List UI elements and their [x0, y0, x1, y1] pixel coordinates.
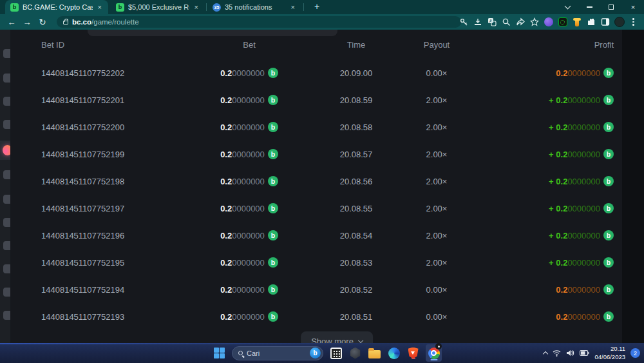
- table-row[interactable]: 144081451107752197 0.20000000 b 20.08.55…: [10, 195, 622, 222]
- table-row[interactable]: 144081451107752200 0.20000000 b 20.08.58…: [10, 113, 622, 141]
- forward-button[interactable]: →: [19, 17, 35, 27]
- bet-amount-bold: 0.2: [220, 177, 232, 186]
- table-row[interactable]: 144081451107752193 0.20000000 b 20.08.51…: [10, 303, 622, 330]
- grid-app-icon[interactable]: [329, 346, 343, 360]
- bet-cell: 0.20000000 b: [187, 149, 312, 159]
- profit-amount-bold: + 0.2: [549, 150, 567, 159]
- side-panel-icon[interactable]: [600, 17, 611, 28]
- time-cell: 20.08.56: [312, 177, 401, 186]
- taskbar-search[interactable]: Cari b: [232, 346, 323, 360]
- coin-icon: b: [603, 257, 614, 268]
- bet-id-cell: 144081451107752201: [41, 95, 187, 105]
- coin-icon: b: [603, 230, 614, 240]
- start-button[interactable]: [213, 346, 226, 360]
- wifi-icon[interactable]: [553, 349, 561, 357]
- table-row[interactable]: 144081451107752201 0.20000000 b 20.08.59…: [10, 86, 622, 113]
- search-placeholder: Cari: [247, 349, 306, 357]
- volume-icon[interactable]: [566, 349, 574, 357]
- install-icon[interactable]: [472, 17, 483, 28]
- profit-amount-bold: + 0.2: [549, 123, 567, 132]
- tab-roulette-promo[interactable]: b $5,000 Exclusive Roulette Prestig ×: [111, 0, 205, 14]
- coin-icon: b: [268, 149, 278, 159]
- orange-extension-icon[interactable]: [571, 17, 582, 28]
- profit-amount-zeros: 0000000: [567, 68, 600, 78]
- clock[interactable]: 20.11 04/06/2023: [594, 345, 625, 361]
- file-explorer-icon[interactable]: [368, 346, 381, 360]
- profit-cell: 0.20000000 b: [473, 68, 614, 78]
- tab-close-icon[interactable]: ×: [290, 3, 296, 11]
- bet-id-cell: 144081451107752202: [41, 68, 187, 78]
- bet-amount-zeros: 0000000: [232, 150, 265, 159]
- bet-cell: 0.20000000 b: [187, 95, 312, 105]
- minimize-button[interactable]: [578, 0, 600, 14]
- coin-icon: b: [268, 230, 278, 240]
- profit-cell: + 0.20000000 b: [473, 122, 614, 132]
- bet-cell: 0.20000000 b: [187, 230, 312, 240]
- coin-icon: b: [603, 284, 614, 295]
- bet-id-cell: 144081451107752199: [41, 150, 187, 159]
- bet-id-cell: 144081451107752195: [41, 258, 187, 268]
- browser-toolbar: ← → ↻ bc.co/game/roulette A: [0, 14, 644, 30]
- tab-notifications[interactable]: 35 35 notifications ×: [207, 0, 301, 14]
- menu-kebab-icon[interactable]: [628, 17, 639, 28]
- notification-count-badge[interactable]: 2: [630, 348, 640, 358]
- purple-extension-icon[interactable]: [543, 17, 554, 28]
- bet-id-cell: 144081451107752200: [41, 123, 187, 132]
- table-row[interactable]: 144081451107752198 0.20000000 b 20.08.56…: [10, 168, 622, 195]
- profit-amount-bold: + 0.2: [549, 204, 567, 213]
- tab-close-icon[interactable]: ×: [97, 3, 103, 11]
- bcgame-favicon-icon: b: [10, 3, 19, 12]
- address-bar[interactable]: bc.co/game/roulette: [57, 16, 461, 28]
- table-row[interactable]: 144081451107752195 0.20000000 b 20.08.53…: [10, 249, 622, 276]
- table-row[interactable]: 144081451107752202 0.20000000 b 20.09.00…: [10, 59, 622, 86]
- bet-cell: 0.20000000 b: [187, 284, 312, 295]
- bet-history-table: Bet ID Bet Time Payout Profit 1440814511…: [10, 30, 622, 343]
- translate-icon[interactable]: A: [486, 17, 497, 28]
- time-cell: 20.08.52: [312, 285, 401, 295]
- share-icon[interactable]: [515, 17, 526, 28]
- coin-icon: b: [268, 257, 278, 268]
- coin-icon: b: [603, 311, 614, 322]
- chevron-down-icon: [358, 337, 363, 342]
- table-row[interactable]: 144081451107752194 0.20000000 b 20.08.52…: [10, 276, 622, 303]
- coin-icon: b: [268, 95, 278, 105]
- tab-bcgame[interactable]: b BC.GAME: Crypto Casino Games ×: [5, 0, 108, 14]
- bet-cell: 0.20000000 b: [187, 122, 312, 132]
- brave-icon[interactable]: [406, 346, 420, 360]
- tray-overflow-icon[interactable]: [543, 351, 548, 357]
- chrome-icon[interactable]: [426, 344, 442, 362]
- header-bet-id: Bet ID: [41, 40, 187, 50]
- table-row[interactable]: 144081451107752196 0.20000000 b 20.08.54…: [10, 222, 622, 249]
- new-tab-button[interactable]: +: [312, 2, 322, 12]
- tab-close-icon[interactable]: ×: [193, 3, 200, 11]
- time-cell: 20.08.58: [312, 123, 401, 132]
- zoom-icon[interactable]: [500, 17, 511, 28]
- payout-cell: 0.00×: [401, 312, 473, 322]
- tab-search-icon[interactable]: [556, 0, 578, 14]
- bookmark-star-icon[interactable]: [529, 17, 540, 28]
- extensions-puzzle-icon[interactable]: [585, 17, 596, 28]
- profit-amount-zeros: 0000000: [567, 285, 600, 295]
- table-row[interactable]: 144081451107752199 0.20000000 b 20.08.57…: [10, 141, 622, 168]
- edge-icon[interactable]: [387, 346, 401, 360]
- system-tray: 20.11 04/06/2023 2: [544, 343, 640, 363]
- profit-amount-zeros: 0000000: [567, 177, 600, 186]
- reload-button[interactable]: ↻: [35, 17, 50, 27]
- bet-amount-zeros: 0000000: [232, 95, 265, 105]
- time-cell: 20.08.54: [312, 231, 401, 240]
- green-extension-icon[interactable]: [557, 17, 568, 28]
- password-key-icon[interactable]: [458, 17, 469, 28]
- bet-cell: 0.20000000 b: [187, 311, 312, 322]
- notifications-favicon-icon: 35: [213, 3, 221, 12]
- coin-icon: b: [268, 284, 278, 295]
- gem-app-icon[interactable]: [348, 346, 362, 360]
- close-window-button[interactable]: ×: [622, 0, 644, 14]
- back-button[interactable]: ←: [4, 17, 19, 27]
- profile-avatar[interactable]: [614, 17, 625, 28]
- bet-cell: 0.20000000 b: [187, 176, 312, 186]
- profit-amount-zeros: 0000000: [567, 312, 600, 322]
- maximize-button[interactable]: [600, 0, 622, 14]
- battery-icon[interactable]: [580, 350, 589, 356]
- bet-cell: 0.20000000 b: [187, 68, 312, 78]
- bet-id-cell: 144081451107752194: [41, 285, 187, 295]
